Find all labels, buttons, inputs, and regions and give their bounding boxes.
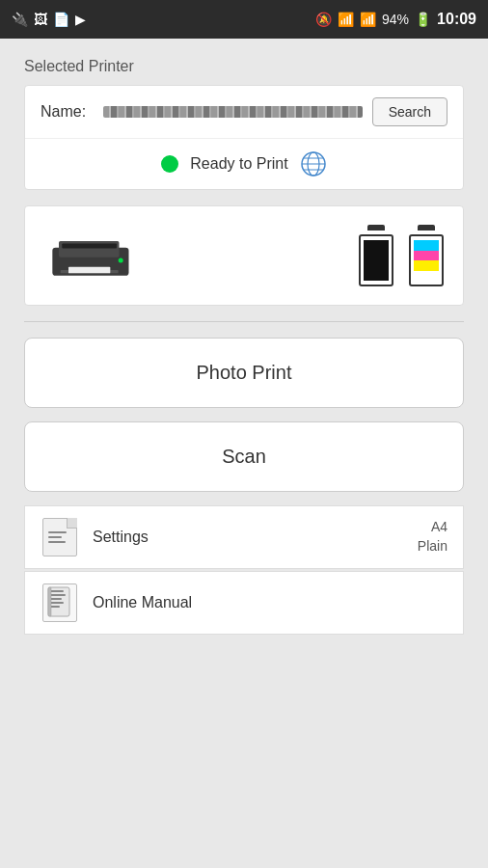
cartridge-top-nub-color: [418, 225, 435, 231]
ink-cartridge-group: [359, 225, 444, 286]
status-bar: 🔌 🖼 📄 ▶ 🔕 📶 📶 94% 🔋 10:09: [0, 0, 488, 39]
black-ink-level: [359, 234, 393, 286]
svg-rect-17: [48, 587, 51, 616]
media-icon: ▶: [75, 12, 86, 27]
file-icon: 📄: [53, 12, 69, 27]
vibrate-icon: 🔕: [315, 12, 332, 27]
manual-icon-wrapper: [41, 583, 79, 622]
svg-rect-15: [50, 602, 64, 604]
battery-level: 94%: [382, 12, 409, 27]
status-bar-right-icons: 🔕 📶 📶 94% 🔋 10:09: [315, 11, 476, 28]
bottom-section: Settings A4 Plain: [24, 505, 464, 635]
settings-paper-type: Plain: [418, 537, 447, 556]
status-time: 10:09: [437, 11, 476, 28]
printer-illustration: [44, 222, 141, 289]
settings-doc-icon: [42, 518, 77, 556]
printer-name-row: Name: Search: [25, 86, 463, 139]
wifi-icon: 📶: [338, 12, 354, 27]
image-icon: 🖼: [34, 12, 47, 27]
name-label: Name:: [41, 103, 94, 121]
photo-print-button[interactable]: Photo Print: [24, 338, 464, 408]
magenta-ink: [414, 251, 439, 261]
battery-icon: 🔋: [415, 12, 431, 27]
status-indicator-dot: [161, 155, 178, 173]
search-button[interactable]: Search: [372, 97, 447, 126]
selected-printer-title: Selected Printer: [24, 58, 464, 75]
main-content: Selected Printer Name: Search Ready to P…: [0, 39, 488, 656]
settings-paper-size: A4: [418, 518, 447, 537]
status-text: Ready to Print: [190, 155, 287, 173]
settings-item[interactable]: Settings A4 Plain: [24, 505, 464, 569]
svg-rect-12: [50, 590, 64, 592]
svg-rect-9: [62, 244, 117, 249]
svg-rect-8: [68, 267, 110, 274]
online-manual-label: Online Manual: [93, 594, 447, 611]
globe-icon: [300, 150, 327, 177]
printer-status-row: Ready to Print: [25, 139, 463, 189]
scan-button[interactable]: Scan: [24, 421, 464, 492]
black-ink-cartridge: [359, 225, 393, 286]
printer-card: Name: Search Ready to Print: [24, 85, 464, 190]
svg-rect-16: [50, 606, 60, 608]
yellow-ink: [414, 260, 439, 271]
usb-icon: 🔌: [12, 12, 28, 27]
svg-rect-13: [50, 594, 66, 596]
white-ink: [414, 271, 439, 282]
svg-rect-14: [50, 598, 62, 600]
status-bar-left-icons: 🔌 🖼 📄 ▶: [12, 12, 86, 27]
divider: [24, 321, 464, 322]
settings-icon-wrapper: [41, 518, 79, 556]
cartridge-top-nub-black: [367, 225, 385, 231]
cyan-ink: [414, 240, 439, 251]
signal-icon: 📶: [360, 12, 376, 27]
printer-name-value: [103, 106, 363, 118]
online-manual-item[interactable]: Online Manual: [24, 571, 464, 635]
doc-line-3: [48, 541, 66, 543]
manual-book-icon: [42, 583, 77, 622]
svg-point-10: [119, 258, 123, 263]
color-ink-stripes: [414, 240, 439, 281]
doc-line-2: [48, 536, 62, 538]
settings-label: Settings: [93, 529, 404, 546]
color-ink-level: [409, 234, 444, 286]
doc-line-1: [48, 531, 67, 533]
printer-image-card: [24, 205, 464, 306]
settings-meta: A4 Plain: [418, 518, 447, 556]
color-ink-cartridge: [409, 225, 444, 286]
